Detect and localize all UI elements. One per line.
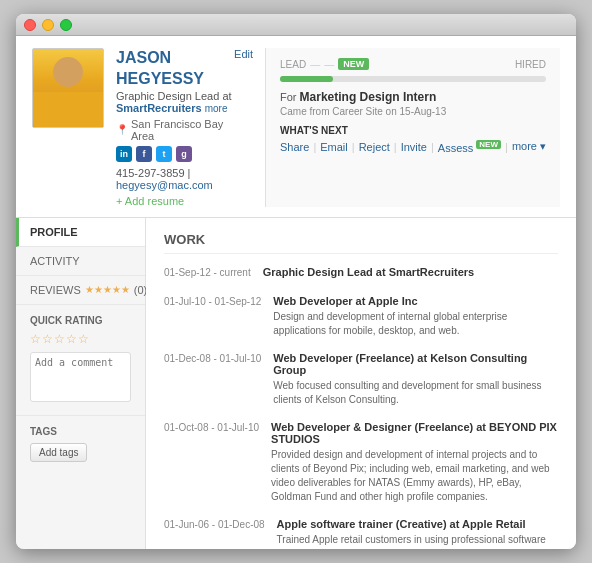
main-content: WORK 01-Sep-12 - current Graphic Design …: [146, 218, 576, 549]
work-date: 01-Oct-08 - 01-Jul-10: [164, 421, 259, 504]
linkedin-icon[interactable]: in: [116, 146, 132, 162]
assess-link[interactable]: Assess NEW: [438, 140, 501, 154]
work-desc: Trained Apple retail customers in using …: [277, 533, 558, 549]
sidebar: PROFILE ACTIVITY REVIEWS ★★★★★ (0) QUICK…: [16, 218, 146, 549]
work-section-title: WORK: [164, 232, 558, 254]
pipeline-section: LEAD — — NEW HIRED For Marketing Design …: [265, 48, 560, 207]
add-resume-link[interactable]: + Add resume: [116, 195, 234, 207]
star-5[interactable]: ☆: [78, 332, 89, 346]
close-button[interactable]: [24, 19, 36, 31]
avatar: [32, 48, 104, 128]
titlebar: [16, 14, 576, 36]
content-area: JASON HEGYESSY Graphic Design Lead at Sm…: [16, 36, 576, 549]
work-entry: 01-Sep-12 - current Graphic Design Lead …: [164, 266, 558, 281]
main-body: PROFILE ACTIVITY REVIEWS ★★★★★ (0) QUICK…: [16, 218, 576, 549]
assess-new-badge: NEW: [476, 140, 501, 149]
location-icon: 📍: [116, 124, 128, 135]
work-entry: 01-Jul-10 - 01-Sep-12 Web Developer at A…: [164, 295, 558, 338]
main-window: JASON HEGYESSY Graphic Design Lead at Sm…: [16, 14, 576, 549]
twitter-icon[interactable]: t: [156, 146, 172, 162]
contact-line: 415-297-3859 | hegyesy@mac.com: [116, 167, 234, 191]
email-link[interactable]: hegyesy@mac.com: [116, 179, 213, 191]
work-title: Web Developer at Apple Inc: [273, 295, 558, 307]
work-title: Graphic Design Lead at SmartRecruiters: [263, 266, 558, 278]
work-desc: Web focused consulting and development f…: [273, 379, 558, 407]
company-link[interactable]: SmartRecruiters: [116, 102, 202, 114]
maximize-button[interactable]: [60, 19, 72, 31]
star-2[interactable]: ☆: [42, 332, 53, 346]
work-desc: Design and development of internal globa…: [273, 310, 558, 338]
share-link[interactable]: Share: [280, 141, 309, 153]
facebook-icon[interactable]: f: [136, 146, 152, 162]
header-section: JASON HEGYESSY Graphic Design Lead at Sm…: [16, 36, 576, 218]
edit-button[interactable]: Edit: [234, 48, 253, 60]
reject-link[interactable]: Reject: [359, 141, 390, 153]
minimize-button[interactable]: [42, 19, 54, 31]
pipeline-progress: [280, 76, 333, 82]
came-from: Came from Career Site on 15-Aug-13: [280, 106, 546, 117]
github-icon[interactable]: g: [176, 146, 192, 162]
work-entry: 01-Oct-08 - 01-Jul-10 Web Developer & De…: [164, 421, 558, 504]
candidate-info: JASON HEGYESSY Graphic Design Lead at Sm…: [116, 48, 253, 207]
work-date: 01-Dec-08 - 01-Jul-10: [164, 352, 261, 407]
pipeline-bar: LEAD — — NEW HIRED: [280, 58, 546, 70]
candidate-title: Graphic Design Lead at SmartRecruiters m…: [116, 90, 234, 114]
star-4[interactable]: ☆: [66, 332, 77, 346]
email-action-link[interactable]: Email: [320, 141, 348, 153]
comment-box[interactable]: [30, 352, 131, 402]
star-1[interactable]: ☆: [30, 332, 41, 346]
whats-next-label: WHAT'S NEXT: [280, 125, 546, 136]
work-desc: Provided design and development of inter…: [271, 448, 558, 504]
work-date: 01-Jun-06 - 01-Dec-08: [164, 518, 265, 549]
work-title: Web Developer & Designer (Freelance) at …: [271, 421, 558, 445]
for-line: For Marketing Design Intern: [280, 90, 546, 104]
reviews-stars: ★★★★★: [85, 284, 130, 295]
work-entry: 01-Dec-08 - 01-Jul-10 Web Developer (Fre…: [164, 352, 558, 407]
tags-title: TAGS: [30, 426, 131, 437]
candidate-name: JASON HEGYESSY: [116, 48, 234, 90]
position-name: Marketing Design Intern: [300, 90, 437, 104]
action-links: Share | Email | Reject | Invite | Assess…: [280, 140, 546, 154]
work-title: Apple software trainer (Creative) at App…: [277, 518, 558, 530]
tags-section: TAGS Add tags: [16, 416, 145, 472]
work-title: Web Developer (Freelance) at Kelson Cons…: [273, 352, 558, 376]
star-3[interactable]: ☆: [54, 332, 65, 346]
quick-rating-title: QUICK RATING: [30, 315, 131, 326]
pipeline-track: [280, 76, 546, 82]
pipeline-new-badge: NEW: [338, 58, 369, 70]
work-date: 01-Sep-12 - current: [164, 266, 251, 281]
quick-rating-section: QUICK RATING ☆ ☆ ☆ ☆ ☆: [16, 305, 145, 416]
work-date: 01-Jul-10 - 01-Sep-12: [164, 295, 261, 338]
more-link[interactable]: more: [205, 103, 228, 114]
invite-link[interactable]: Invite: [401, 141, 427, 153]
sidebar-tab-activity[interactable]: ACTIVITY: [16, 247, 145, 276]
work-entry: 01-Jun-06 - 01-Dec-08 Apple software tra…: [164, 518, 558, 549]
more-actions-link[interactable]: more ▾: [512, 140, 546, 153]
location: 📍 San Francisco Bay Area: [116, 118, 234, 142]
sidebar-tab-reviews[interactable]: REVIEWS ★★★★★ (0): [16, 276, 145, 305]
rating-stars[interactable]: ☆ ☆ ☆ ☆ ☆: [30, 332, 131, 346]
social-icons: in f t g: [116, 146, 234, 162]
sidebar-tab-profile[interactable]: PROFILE: [16, 218, 145, 247]
add-tags-button[interactable]: Add tags: [30, 443, 87, 462]
